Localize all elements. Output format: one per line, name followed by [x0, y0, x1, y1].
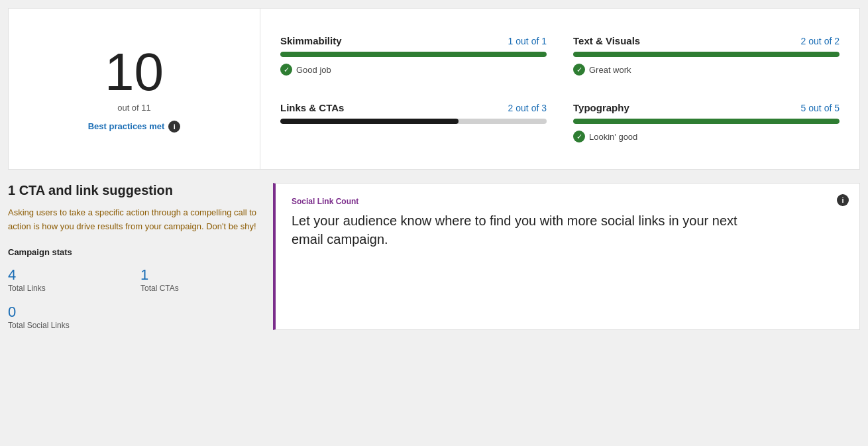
cta-description: Asking users to take a specific action t…: [8, 206, 260, 234]
metric-skimmability-score: 1 out of 1: [508, 36, 547, 46]
metric-text-visuals-bar-container: [573, 52, 840, 57]
stat-total-social-links: 0 Total Social Links: [8, 304, 260, 330]
score-number: 10: [105, 46, 164, 99]
metric-typography-title: Typography: [573, 102, 629, 113]
metric-links-ctas-title: Links & CTAs: [280, 102, 344, 113]
metric-skimmability-bar-container: [280, 52, 547, 57]
stat-total-ctas-number: 1: [140, 266, 260, 284]
metric-text-visuals-header: Text & Visuals 2 out of 2: [573, 35, 840, 46]
metric-text-visuals: Text & Visuals 2 out of 2 ✓ Great work: [573, 22, 840, 89]
metric-text-visuals-bar-fill: [573, 52, 840, 57]
metric-skimmability-header: Skimmability 1 out of 1: [280, 35, 547, 46]
skimmability-check-icon: ✓: [280, 64, 292, 76]
social-link-message: Let your audience know where to find you…: [292, 211, 755, 249]
stat-total-ctas: 1 Total CTAs: [140, 266, 260, 293]
metric-typography: Typography 5 out of 5 ✓ Lookin' good: [573, 89, 840, 156]
typography-check-icon: ✓: [573, 131, 585, 142]
stat-total-links: 4 Total Links: [8, 266, 127, 293]
metric-text-visuals-title: Text & Visuals: [573, 35, 640, 46]
metric-skimmability-bar-fill: [280, 52, 547, 57]
metric-typography-bar-fill: [573, 119, 840, 124]
score-outof: out of 11: [117, 103, 151, 113]
stat-total-social-links-number: 0: [8, 304, 260, 321]
campaign-stats-title: Campaign stats: [8, 247, 260, 257]
metric-text-visuals-score: 2 out of 2: [801, 36, 840, 46]
score-panel: 10 out of 11 Best practices met i: [9, 9, 260, 169]
social-link-panel: i Social Link Count Let your audience kn…: [273, 183, 860, 330]
metric-skimmability: Skimmability 1 out of 1 ✓ Good job: [280, 22, 547, 89]
social-link-category: Social Link Count: [292, 197, 843, 206]
stat-total-ctas-label: Total CTAs: [140, 284, 260, 293]
stat-total-links-label: Total Links: [8, 284, 127, 293]
cta-title: 1 CTA and link suggestion: [8, 183, 260, 198]
metrics-panel: Skimmability 1 out of 1 ✓ Good job Text …: [260, 9, 859, 169]
typography-status-text: Lookin' good: [589, 132, 637, 142]
skimmability-status-text: Good job: [296, 65, 331, 75]
metric-links-ctas-score: 2 out of 3: [508, 103, 547, 113]
stat-total-links-number: 4: [8, 266, 127, 284]
metric-skimmability-status: ✓ Good job: [280, 64, 547, 76]
metric-typography-score: 5 out of 5: [801, 103, 840, 113]
metric-links-ctas-header: Links & CTAs 2 out of 3: [280, 102, 547, 113]
metric-links-ctas-bar-fill: [280, 119, 459, 124]
text-visuals-status-text: Great work: [589, 65, 631, 75]
best-practices-label: Best practices met i: [88, 121, 181, 133]
stat-total-social-links-label: Total Social Links: [8, 321, 260, 330]
metric-typography-bar-container: [573, 119, 840, 124]
best-practices-info-icon[interactable]: i: [168, 121, 180, 133]
metric-skimmability-title: Skimmability: [280, 35, 342, 46]
cta-panel: 1 CTA and link suggestion Asking users t…: [8, 183, 260, 330]
metric-text-visuals-status: ✓ Great work: [573, 64, 840, 76]
text-visuals-check-icon: ✓: [573, 64, 585, 76]
social-panel-info: i: [837, 194, 849, 206]
metric-typography-status: ✓ Lookin' good: [573, 131, 840, 142]
metric-typography-header: Typography 5 out of 5: [573, 102, 840, 113]
metric-links-ctas-bar-container: [280, 119, 547, 124]
metric-links-ctas: Links & CTAs 2 out of 3: [280, 89, 547, 156]
social-panel-info-icon[interactable]: i: [837, 194, 849, 206]
stats-grid: 4 Total Links 1 Total CTAs 0 Total Socia…: [8, 266, 260, 331]
